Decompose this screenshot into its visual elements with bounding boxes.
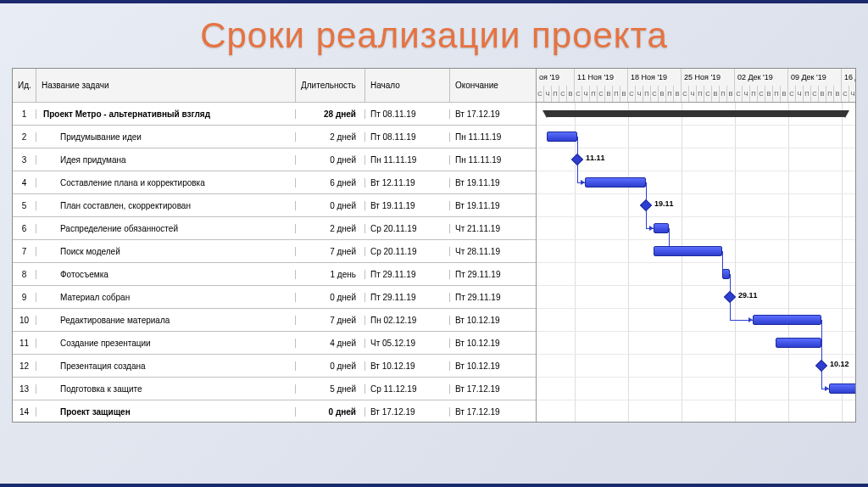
table-row[interactable]: 14Проект защищен0 днейВт 17.12.19Вт 17.1…: [13, 400, 536, 423]
day-header: П: [720, 86, 727, 103]
milestone-icon[interactable]: [571, 154, 583, 165]
task-start: Вт 17.12.19: [365, 407, 450, 417]
week-header: 11 Ноя '19: [575, 69, 628, 86]
col-id: Ид.: [13, 69, 36, 102]
task-id: 6: [13, 224, 36, 233]
table-row[interactable]: 11Создание презентации4 днейЧт 05.12.19В…: [13, 332, 536, 355]
milestone-icon[interactable]: [815, 360, 827, 372]
milestone-icon[interactable]: [724, 291, 736, 303]
table-row[interactable]: 9Материал собран0 днейПт 29.11.19Пт 29.1…: [13, 286, 536, 309]
day-header: С: [704, 86, 712, 103]
table-row[interactable]: 3Идея придумана0 днейПн 11.11.19Пн 11.11…: [13, 148, 536, 171]
task-duration: 0 дней: [296, 155, 365, 165]
table-row[interactable]: 2Придумывание идеи2 днейПт 08.11.19Пн 11…: [13, 126, 536, 148]
day-header: П: [590, 86, 598, 103]
day-header: С: [788, 86, 796, 103]
task-id: 2: [13, 132, 36, 142]
task-name: Проект Метро - альтернативный взгляд: [36, 109, 296, 119]
table-row[interactable]: 5План составлен, скорректирован0 днейВт …: [13, 194, 536, 217]
task-start: Вт 19.11.19: [365, 201, 450, 210]
task-end: Вт 10.12.19: [450, 339, 535, 348]
task-bar[interactable]: [776, 338, 821, 348]
day-header: П: [697, 86, 704, 103]
day-header: П: [804, 86, 811, 103]
table-row[interactable]: 7Поиск моделей7 днейСр 20.11.19Чт 28.11.…: [13, 240, 536, 263]
table-row[interactable]: 6Распределение обязанностей2 днейСр 20.1…: [13, 217, 536, 240]
week-header: 16 Дек '19: [842, 69, 855, 86]
task-id: 14: [13, 407, 36, 417]
gantt-row: 29.11: [537, 286, 855, 309]
day-header: Ч: [849, 86, 855, 103]
task-duration: 0 дней: [296, 407, 365, 417]
task-end: Чт 28.11.19: [450, 247, 535, 256]
timescale: оя '1911 Ноя '1918 Ноя '1925 Ноя '1902 Д…: [537, 69, 855, 103]
task-duration: 0 дней: [296, 361, 365, 371]
gantt-row: 11.11: [537, 148, 855, 171]
gantt-row: [537, 126, 855, 148]
task-end: Чт 21.11.19: [450, 224, 535, 233]
day-header: В: [834, 86, 842, 103]
day-header: Ч: [636, 86, 643, 103]
table-row[interactable]: 1Проект Метро - альтернативный взгляд28 …: [13, 103, 536, 126]
week-header: 18 Ноя '19: [628, 69, 682, 86]
task-start: Пн 02.12.19: [365, 316, 450, 325]
task-duration: 28 дней: [296, 109, 365, 119]
task-name: Фотосъемка: [36, 270, 296, 279]
day-header: П: [552, 86, 559, 103]
task-bar[interactable]: [585, 177, 646, 188]
task-name: Подготовка к защите: [36, 384, 296, 394]
day-header: П: [750, 86, 758, 103]
task-id: 11: [13, 339, 36, 348]
task-bar[interactable]: [654, 223, 669, 233]
week-header: 09 Дек '19: [788, 69, 842, 86]
day-header: С: [842, 86, 849, 103]
task-duration: 1 день: [296, 270, 365, 279]
task-id: 7: [13, 247, 36, 256]
table-row[interactable]: 13Подготовка к защите5 днейСр 11.12.19Вт…: [13, 378, 536, 400]
task-start: Чт 05.12.19: [365, 339, 450, 348]
task-end: Вт 17.12.19: [450, 384, 535, 394]
week-header: 02 Дек '19: [735, 69, 788, 86]
day-header: Ч: [743, 86, 750, 103]
gantt-chart: Ид. Название задачи Длительность Начало …: [12, 68, 856, 423]
col-name: Название задачи: [36, 69, 296, 102]
day-header: Ч: [796, 86, 804, 103]
day-header: П: [826, 86, 834, 103]
day-header: В: [567, 86, 575, 103]
task-id: 10: [13, 316, 36, 325]
day-header: Ч: [544, 86, 552, 103]
day-header: П: [666, 86, 674, 103]
table-row[interactable]: 10Редактирование материала7 днейПн 02.12…: [13, 309, 536, 332]
task-end: Вт 10.12.19: [450, 361, 535, 371]
task-end: Пт 29.11.19: [450, 270, 535, 279]
task-bar[interactable]: [654, 246, 722, 256]
task-bar[interactable]: [722, 269, 730, 279]
task-bar[interactable]: [753, 315, 821, 325]
milestone-icon[interactable]: [640, 199, 652, 211]
day-header: С: [682, 86, 689, 103]
task-bar[interactable]: [547, 132, 577, 142]
table-row[interactable]: 12Презентация создана0 днейВт 10.12.19Вт…: [13, 355, 536, 378]
gantt-row: [537, 171, 855, 194]
day-header: С: [811, 86, 819, 103]
summary-bar[interactable]: [547, 110, 845, 117]
task-end: Вт 17.12.19: [450, 109, 535, 119]
slide-title: Сроки реализации проекта: [0, 0, 868, 61]
day-header: П: [773, 86, 781, 103]
day-header: В: [620, 86, 628, 103]
task-duration: 0 дней: [296, 293, 365, 302]
week-header: оя '19: [537, 69, 575, 86]
day-header: В: [674, 86, 682, 103]
table-row[interactable]: 4Составление плана и корректировка6 дней…: [13, 171, 536, 194]
task-id: 4: [13, 178, 36, 188]
task-duration: 6 дней: [296, 178, 365, 188]
task-end: Пн 11.11.19: [450, 132, 535, 142]
milestone-label: 10.12: [830, 360, 849, 368]
gantt-row: 17.12: [537, 400, 855, 422]
task-bar[interactable]: [829, 383, 855, 394]
milestone-label: 19.11: [654, 199, 674, 208]
table-row[interactable]: 8Фотосъемка1 деньПт 29.11.19Пт 29.11.19: [13, 263, 536, 286]
col-start: Начало: [365, 69, 450, 102]
task-start: Ср 11.12.19: [365, 384, 450, 394]
day-header: С: [559, 86, 567, 103]
